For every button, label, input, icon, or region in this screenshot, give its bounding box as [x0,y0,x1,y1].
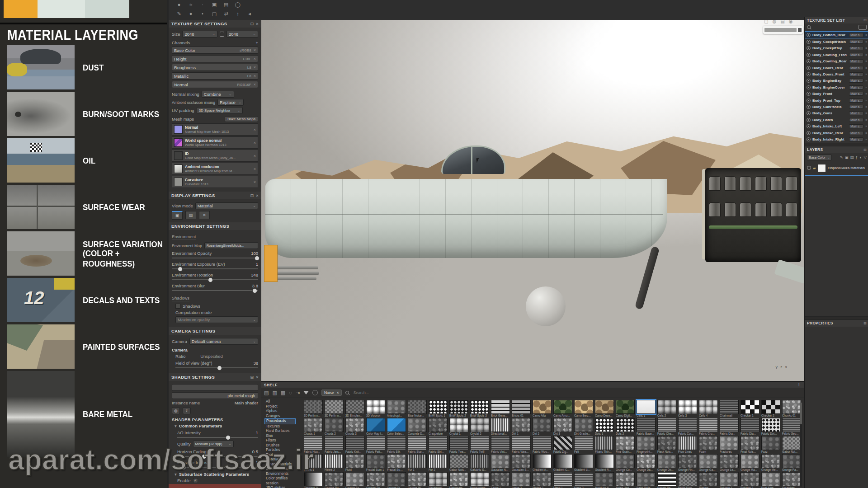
bubble-icon[interactable]: ◍ [772,20,776,24]
visibility-eye-icon[interactable] [807,137,811,141]
rect-icon[interactable]: ▢ [211,11,217,17]
channel-row-metallic[interactable]: MetallicL8× [172,72,258,80]
shelf-tile[interactable]: Panels Ra... [657,472,676,488]
remove-channel-icon[interactable]: × [254,56,256,61]
shelf-category-skin[interactable]: Skin [266,434,302,439]
shelf-tile[interactable]: Fabric Vint... [491,436,510,453]
material-view-tab-icon[interactable]: ▣ [172,211,183,220]
shader-name-button[interactable]: pbr-metal-rough [172,392,258,399]
shelf-tile[interactable]: Dirt 3 [553,418,572,435]
chip-close-icon[interactable]: × [337,390,339,395]
visibility-eye-icon[interactable] [807,99,811,103]
visibility-eye-icon[interactable] [807,105,811,109]
texture-set-row[interactable]: Body_Intake_RightMain s...≡ [805,136,868,142]
lock-icon[interactable] [220,32,224,37]
shelf-tile[interactable]: Camo Digit... [616,400,635,417]
shelf-tile[interactable]: Fibers Thin... [595,436,614,453]
environment-exposure-slider[interactable]: Environment Exposure (EV) 1 [172,262,258,271]
new-shelf-icon[interactable]: ▥ [272,390,277,396]
add-channel-button[interactable]: + [255,40,258,45]
shelf-tile[interactable]: Dots 1 [595,418,614,435]
shelf-tile[interactable]: Leaks 2 [512,472,531,488]
visibility-eye-icon[interactable] [807,131,811,135]
shelf-tile[interactable]: Clouds 3 [345,418,364,435]
shelf-tile[interactable]: Felt [574,436,593,453]
texture-set-row[interactable]: Body_Front_TopMain s...≡ [805,97,868,103]
shelf-category-all[interactable]: All [266,399,302,404]
remove-map-icon[interactable]: × [254,141,256,145]
mixer-icon[interactable]: ≡ [865,40,867,43]
texture-set-row[interactable]: Body_Cowling_RearMain s...≡ [805,58,868,65]
shelf-tile[interactable]: Fur 2 [429,454,448,471]
mixer-icon[interactable]: ≡ [865,53,867,56]
channel-row-base-color[interactable]: Base ColorsRGB8× [172,47,258,54]
shelf-tile[interactable]: Grunge Pa... [782,454,801,471]
shelf-tile[interactable]: Polygon 1 [720,472,739,488]
shelf-tile[interactable]: Histogram... [449,472,468,488]
channel-filter-dropdown[interactable]: Base Color⌄ [807,155,832,160]
mixer-icon[interactable]: ≡ [865,73,867,76]
mixer-icon[interactable]: ≡ [865,118,867,122]
remove-map-icon[interactable]: × [254,167,256,171]
visibility-eye-icon[interactable] [807,118,811,122]
shelf-tile[interactable]: Fabric Hou... [304,436,323,453]
shelf-tile[interactable]: Flow Lines [678,436,697,453]
shelf-tile[interactable]: 3D Perlin n... [325,400,344,417]
shelf-category-brushes[interactable]: Brushes [266,443,302,448]
mask-icon[interactable]: ◐ [859,155,862,160]
axis-gizmo[interactable]: yzx [774,365,789,369]
shelf-tile[interactable]: Fabric Stri... [429,436,448,453]
shelf-tile[interactable]: Dirt 2 [533,418,552,435]
shelf-search-input[interactable] [353,390,413,395]
ao-mixing-dropdown[interactable]: Replace⌄ [217,99,244,106]
shelf-tile[interactable]: Gaussian N... [491,454,510,471]
shelf-tile[interactable]: Mesh 2 [574,472,593,488]
shelf-tile[interactable]: Grunge Fin... [678,454,697,471]
shelf-tile[interactable]: Leaks 1 [491,472,510,488]
shader-chip[interactable]: Main s... [849,33,863,37]
hide-icon[interactable]: ◌ [289,390,292,396]
shelf-tile[interactable]: BnW Spots 2 [449,400,468,417]
shelf-tile[interactable]: Chunks 01 [782,400,801,417]
circle-icon[interactable]: ◯ [235,2,241,8]
texture-set-row[interactable]: Body_CockpitTopMain s...≡ [805,45,868,52]
shelf-tile[interactable]: Perlin Nois... [678,472,697,488]
common-parameters-group[interactable]: Common Parameters [179,423,222,428]
dock-icon[interactable]: ⋮ [797,383,801,387]
effects-icon[interactable]: ƒ [856,155,858,160]
dock-icon[interactable]: ⊟ [250,22,254,26]
folder-icon[interactable]: ▤ [264,390,269,396]
shelf-tile[interactable]: Fabric Che... [657,418,676,435]
channel-format-dropdown[interactable]: L8 [247,74,251,78]
curve-icon[interactable]: ≈ [188,2,194,8]
mixer-icon[interactable]: ≡ [865,66,867,70]
shelf-tile[interactable]: Fabric Dia... [720,418,739,435]
clip-icon[interactable]: ▤ [780,20,784,24]
visibility-eye-icon[interactable] [807,53,811,57]
camera-view-tab-icon[interactable]: ▤ [185,211,196,219]
filter-chip[interactable]: Noise × [321,389,342,396]
texture-set-row[interactable]: Body_EngineBayMain s...≡ [805,78,868,84]
polygon-fill-icon[interactable]: ▣ [211,2,217,8]
shelf-tile[interactable]: Gradient Li... [574,454,593,471]
visibility-eye-icon[interactable] [807,79,811,83]
shelf-tile[interactable]: 3D Voronoi [366,400,385,417]
link-icon[interactable]: ▦ [281,390,285,396]
shader-chip[interactable]: Main s... [849,111,863,115]
remove-channel-icon[interactable]: × [254,65,256,70]
visibility-eye-icon[interactable] [807,85,811,89]
shelf-tile[interactable]: Camo Berc... [574,400,593,417]
mesh-map-row-curvature[interactable]: CurvatureCurvature 1013× [172,176,258,188]
shelf-tile[interactable]: Dirt 1 [512,418,531,435]
shader-chip[interactable]: Main s... [849,79,863,83]
shelf-tile[interactable]: Grunge Da... [637,454,656,471]
texture-set-row[interactable]: Body_GunsMain s...≡ [805,110,868,117]
remove-map-icon[interactable]: × [254,154,256,158]
mixer-icon[interactable]: ≡ [865,92,867,95]
channel-format-dropdown[interactable]: RGB16F [237,83,251,87]
mixer-icon[interactable]: ≡ [865,138,867,141]
shader-chip[interactable]: Main s... [849,131,863,135]
shelf-tile[interactable]: Fabric Zig... [553,436,572,453]
dock-icon[interactable]: ⊟ [863,148,867,152]
shelf-tile[interactable]: Color Map f... [366,418,385,435]
